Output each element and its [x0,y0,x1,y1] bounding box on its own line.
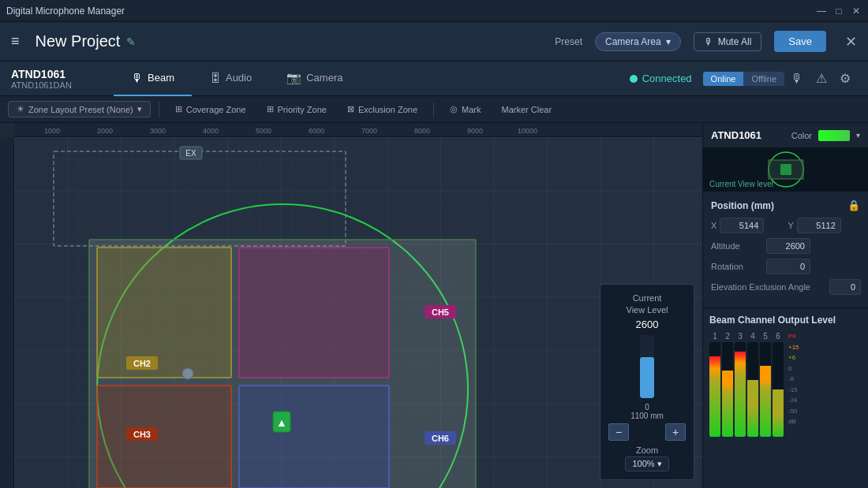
beam-tab-label: Beam [148,72,174,84]
beam-level-title: Beam Channel Output Level [709,315,862,326]
tab-audio[interactable]: 🎛 Audio [192,61,269,96]
titlebar: Digital Microphone Manager — □ ✕ [0,0,868,22]
svg-text:CH6: CH6 [432,434,449,443]
svg-point-40 [182,368,193,379]
tab-camera[interactable]: 📷 Camera [269,61,360,96]
rp-x-coord: X [711,218,784,233]
save-button[interactable]: Save [774,31,826,52]
hamburger-icon[interactable]: ≡ [11,33,20,50]
view-panel: CurrentView Level 2600 0 1100 mm − + Zoo… [600,284,694,480]
edit-icon[interactable]: ✎ [126,35,136,48]
preset-dropdown[interactable]: Camera Area ▾ [595,32,681,51]
offline-button[interactable]: Offline [743,72,784,86]
menubar: ≡ New Project ✎ Preset Camera Area ▾ 🎙 M… [0,22,868,61]
level-scale: PK +15 +6 0 -8 -15 -24 -50 dB [788,332,799,427]
ch1-bar [709,356,720,437]
rp-altitude-row: Altitude [711,238,860,254]
mute-all-button[interactable]: 🎙 Mute All [694,32,762,51]
ch5-bar [760,366,771,437]
main-area: 1000 2000 3000 4000 5000 6000 7000 8000 … [0,123,868,488]
scale-m50: -50 [788,408,799,415]
settings-icon-button[interactable]: ⚙ [833,71,857,86]
ch4-meter: 4 [747,332,758,437]
ch3-bar-wrap [735,342,746,437]
ch1-meter: 1 [709,332,720,437]
ruler-left: 1000 2000 3000 4000 5000 6000 7000 8000 [0,137,14,488]
project-title-text: New Project [36,32,121,50]
zoom-dropdown[interactable]: 100% ▾ [625,456,668,471]
rp-x-input[interactable] [720,218,764,233]
ch6-meter: 6 [773,332,784,437]
rp-elevation-row: Elevation Exclusion Angle [711,279,860,295]
svg-text:4000: 4000 [203,127,219,135]
zone-preset-icon: ☀ [17,104,24,114]
window-controls: — □ ✕ [816,6,862,17]
mic-icon-button[interactable]: 🎙 [784,72,810,86]
rp-rotation-input[interactable] [766,259,810,274]
exclusion-zone-button[interactable]: ⊠ Exclusion Zone [339,102,425,117]
svg-rect-25 [97,248,231,378]
scale-pk: PK [788,333,799,340]
beam-tab-icon: 🎙 [131,71,143,84]
connected-label: Connected [642,73,692,84]
online-button[interactable]: Online [703,72,744,86]
beam-meters: 1 2 3 4 [709,332,862,437]
rp-position-title: Position (mm) 🔒 [711,199,860,211]
zoom-arrow-icon: ▾ [657,459,662,468]
mark-icon: ◎ [450,104,458,114]
audio-tab-label: Audio [226,72,252,84]
rp-color-bar[interactable] [818,130,850,141]
rp-y-input[interactable] [797,218,841,233]
svg-text:CH3: CH3 [133,430,151,439]
view-level-slider[interactable] [640,335,654,398]
view-zero-label: 0 [608,403,686,412]
svg-text:5000: 5000 [256,127,271,135]
svg-text:EX: EX [185,149,196,158]
svg-text:6000: 6000 [309,127,324,135]
beam-levels-section: Beam Channel Output Level 1 2 3 [703,308,868,443]
scale-m8: -8 [788,376,799,382]
view-minus-button[interactable]: − [608,423,629,441]
canvas-area[interactable]: 1000 2000 3000 4000 5000 6000 7000 8000 … [0,123,702,488]
marker-clear-button[interactable]: Marker Clear [494,102,560,117]
project-title-group: New Project ✎ [36,32,137,50]
maximize-button[interactable]: □ [833,6,844,17]
rp-xy-row: X Y [711,218,860,233]
mark-button[interactable]: ◎ Mark [442,102,488,117]
exclusion-zone-icon: ⊠ [347,104,354,114]
scale-6: +6 [788,355,799,361]
audio-tab-icon: 🎛 [209,71,221,84]
zone-preset-dropdown[interactable]: ☀ Zone Layout Preset (None) ▾ [8,101,151,117]
ch2-meter: 2 [722,332,733,437]
ch1-bar-wrap [709,342,720,437]
rp-header: ATND1061 Color ▾ [703,123,868,148]
zoom-label: Zoom [608,445,686,455]
preset-arrow-icon: ▾ [666,36,671,47]
priority-zone-button[interactable]: ⊞ Priority Zone [259,102,335,117]
view-level-value: 2600 [608,319,686,330]
rp-y-coord: Y [788,218,861,233]
rp-elevation-input[interactable] [829,279,861,295]
svg-text:1000: 1000 [44,127,60,135]
view-controls: − + [608,423,686,441]
ch4-bar [747,380,758,437]
view-plus-button[interactable]: + [665,423,686,441]
canvas-content[interactable]: EX CH2 CH5 CH3 CH6 [14,137,702,488]
rp-lock-icon[interactable]: 🔒 [847,199,860,211]
priority-zone-label: Priority Zone [278,105,327,114]
close-button[interactable]: ✕ [851,6,862,17]
coverage-zone-button[interactable]: ⊞ Coverage Zone [167,102,254,117]
ch3-bar [735,352,746,437]
rp-altitude-input[interactable] [766,238,810,254]
view-level-title: CurrentView Level [608,292,686,315]
rp-position-section: Position (mm) 🔒 X Y Altitude Rotation [703,192,868,308]
svg-text:10000: 10000 [518,127,537,135]
alert-icon-button[interactable]: ⚠ [810,71,833,86]
svg-text:2000: 2000 [97,127,113,135]
rp-color-arrow[interactable]: ▾ [856,131,860,140]
tab-beam[interactable]: 🎙 Beam [114,61,192,96]
svg-text:7000: 7000 [361,127,377,135]
minimize-button[interactable]: — [816,6,827,17]
topbar-close-icon[interactable]: ✕ [845,33,857,50]
ch5-bar-wrap [760,342,771,437]
